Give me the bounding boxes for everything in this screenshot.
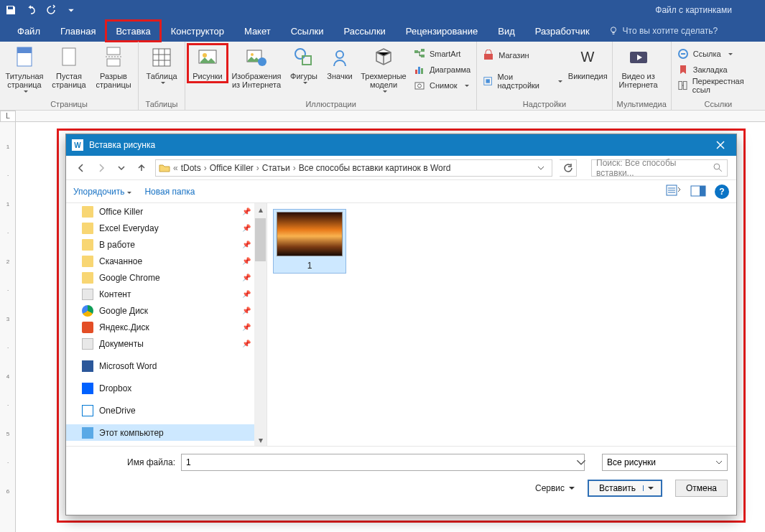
3d-models-button[interactable]: Трехмерные модели <box>358 45 409 95</box>
pin-icon[interactable]: 📌 <box>242 307 251 314</box>
wikipedia-button[interactable]: W Википедия <box>567 45 609 82</box>
organize-button[interactable]: Упорядочить <box>73 187 131 197</box>
page-break-button[interactable]: Разрыв страницы <box>92 45 135 90</box>
undo-icon[interactable] <box>24 4 37 17</box>
file-pane[interactable]: 1 <box>267 203 736 446</box>
tab-review[interactable]: Рецензирование <box>396 20 488 42</box>
insert-button[interactable]: Вставить <box>588 480 662 497</box>
address-breadcrumb[interactable]: « tDots › Office Killer › Статьи › Все с… <box>155 159 552 177</box>
tab-insert[interactable]: Вставка <box>106 20 160 42</box>
crumb-3[interactable]: Все способы вставки картинок в Word <box>299 163 451 173</box>
smartart-button[interactable]: SmartArt <box>411 46 473 62</box>
help-button[interactable]: ? <box>715 185 729 199</box>
cross-reference-button[interactable]: Перекрестная ссыл <box>674 78 762 93</box>
tab-layout[interactable]: Макет <box>234 20 281 42</box>
hyperlink-button[interactable]: Ссылка <box>674 46 762 62</box>
qat-customize-icon[interactable] <box>65 4 78 17</box>
tree-item[interactable]: Этот компьютер <box>66 424 266 441</box>
my-addins-button[interactable]: Мои надстройки <box>480 73 565 89</box>
tree-scrollbar[interactable]: ▴ ▾ <box>254 203 266 446</box>
tree-item[interactable]: Office Killer📌 <box>66 203 266 220</box>
insert-split-dropdown[interactable] <box>643 485 658 491</box>
pin-icon[interactable]: 📌 <box>242 340 251 347</box>
tree-item[interactable]: В работе📌 <box>66 236 266 253</box>
online-pictures-button[interactable]: Изображения из Интернета <box>228 45 284 90</box>
pin-icon[interactable]: 📌 <box>242 323 251 331</box>
address-dropdown-button[interactable] <box>533 164 549 172</box>
tab-references[interactable]: Ссылки <box>281 20 334 42</box>
back-button[interactable] <box>75 162 88 174</box>
filename-input[interactable] <box>181 454 585 471</box>
redo-icon[interactable] <box>45 4 57 17</box>
new-folder-button[interactable]: Новая папка <box>144 187 195 197</box>
chart-button[interactable]: Диаграмма <box>411 62 473 78</box>
shapes-button[interactable]: Фигуры <box>286 45 322 86</box>
close-button[interactable] <box>705 134 736 156</box>
tell-me-search[interactable]: Что вы хотите сделать? <box>600 20 727 42</box>
tree-item[interactable]: Яндекс.Диск📌 <box>66 319 266 335</box>
tree-item[interactable]: Dropbox <box>66 380 266 396</box>
group-addins: Магазин Мои надстройки W Википедия Надст… <box>477 42 612 110</box>
crumb-0[interactable]: tDots <box>181 163 201 173</box>
tree-item[interactable]: Документы📌 <box>66 335 266 352</box>
icons-button[interactable]: Значки <box>323 45 356 82</box>
tab-mailings[interactable]: Рассылки <box>333 20 395 42</box>
pin-icon[interactable]: 📌 <box>242 274 251 281</box>
cancel-button[interactable]: Отмена <box>675 480 728 497</box>
crumb-1[interactable]: Office Killer <box>210 163 254 173</box>
ruler-horizontal[interactable] <box>16 111 765 122</box>
scroll-down-icon[interactable]: ▾ <box>254 434 266 446</box>
online-video-button[interactable]: Видео из Интернета <box>616 45 662 90</box>
tree-item[interactable]: OneDrive <box>66 402 266 419</box>
tree-item[interactable]: Google Диск📌 <box>66 302 266 319</box>
pin-icon[interactable]: 📌 <box>242 241 251 248</box>
tab-file[interactable]: Файл <box>7 20 50 42</box>
table-button[interactable]: Таблица <box>142 45 182 86</box>
store-button[interactable]: Магазин <box>480 47 565 63</box>
search-box[interactable]: Поиск: Все способы вставки... <box>591 159 728 177</box>
tab-home[interactable]: Главная <box>50 20 106 42</box>
ribbon: Титульная страница Пустая страница Разры… <box>0 42 765 111</box>
file-thumbnail[interactable]: 1 <box>273 209 346 274</box>
cover-page-button[interactable]: Титульная страница <box>3 45 46 95</box>
file-type-select[interactable]: Все рисунки <box>602 454 728 471</box>
bookmark-button[interactable]: Закладка <box>674 62 762 78</box>
pin-icon[interactable]: 📌 <box>242 224 251 232</box>
preview-pane-button[interactable] <box>690 185 706 199</box>
view-mode-button[interactable] <box>666 185 682 199</box>
forward-button[interactable] <box>95 162 108 174</box>
word-app-icon: W <box>72 139 83 151</box>
pictures-button[interactable]: Рисунки <box>188 45 227 82</box>
tab-design[interactable]: Конструктор <box>161 20 234 42</box>
pictures-icon <box>196 46 219 69</box>
tree-item[interactable]: Google Chrome📌 <box>66 269 266 286</box>
crumb-2[interactable]: Статьи <box>262 163 290 173</box>
tab-developer[interactable]: Разработчик <box>525 20 600 42</box>
file-type-value: Все рисунки <box>607 457 656 467</box>
svg-rect-29 <box>683 81 687 89</box>
tree-item-label: Microsoft Word <box>99 361 157 371</box>
tree-item[interactable]: Microsoft Word <box>66 358 266 374</box>
pin-icon[interactable]: 📌 <box>242 207 251 215</box>
scroll-up-icon[interactable]: ▴ <box>254 203 266 215</box>
svg-rect-16 <box>421 49 425 52</box>
insert-picture-dialog: W Вставка рисунка « tDots › Office Kille… <box>65 134 737 515</box>
recent-locations-button[interactable] <box>115 162 128 174</box>
chevron-down-icon <box>648 485 654 491</box>
refresh-button[interactable] <box>560 159 577 177</box>
tools-menu[interactable]: Сервис <box>535 483 575 493</box>
pin-icon[interactable]: 📌 <box>242 290 251 298</box>
svg-rect-15 <box>414 50 418 53</box>
pin-icon[interactable]: 📌 <box>242 257 251 265</box>
filename-dropdown-icon[interactable] <box>576 457 586 467</box>
tab-view[interactable]: Вид <box>488 20 525 42</box>
save-icon[interactable] <box>4 4 17 17</box>
ruler-vertical[interactable]: 1· 1· 2· 3· 4· 5· 6 <box>0 122 16 532</box>
up-button[interactable] <box>135 162 148 174</box>
tree-item[interactable]: Контент📌 <box>66 286 266 302</box>
tree-item[interactable]: Скачанное📌 <box>66 253 266 269</box>
scroll-thumb[interactable] <box>255 218 266 261</box>
blank-page-button[interactable]: Пустая страница <box>47 45 91 90</box>
tree-item[interactable]: Excel Everyday📌 <box>66 220 266 236</box>
screenshot-button[interactable]: Снимок <box>411 78 473 93</box>
